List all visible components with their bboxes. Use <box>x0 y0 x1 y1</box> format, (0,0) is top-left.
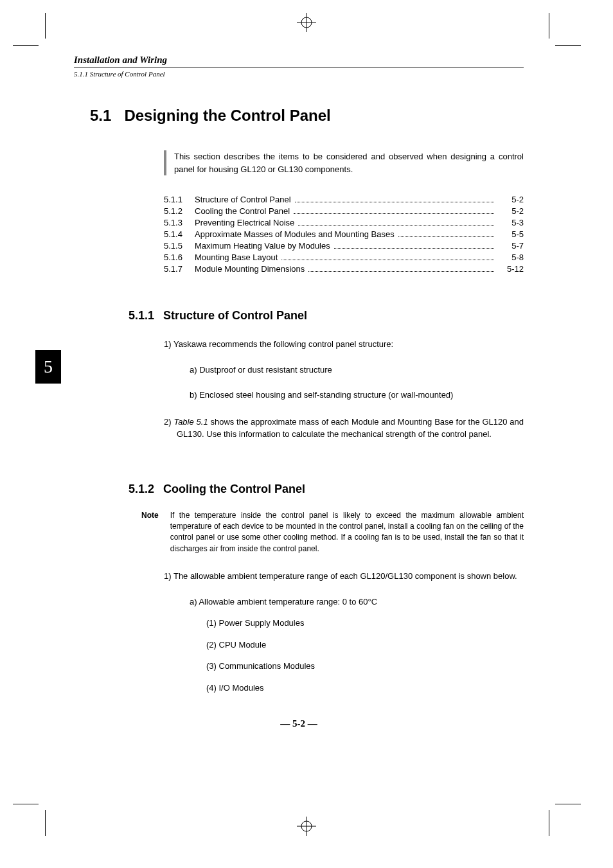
subsection-title: Structure of Control Panel <box>163 309 307 323</box>
list-item: 2) Table 5.1 shows the approximate mass … <box>164 416 524 441</box>
toc-row: 5.1.3 Preventing Electrical Noise 5-3 <box>164 218 524 227</box>
toc-num: 5.1.2 <box>164 206 195 216</box>
toc-page: 5-2 <box>498 195 524 204</box>
list-item: 1) Yaskawa recommends the following cont… <box>164 338 524 351</box>
toc-dots <box>398 236 494 237</box>
toc-title: Module Mounting Dimensions <box>195 264 305 274</box>
subsection-heading: 5.1.1 Structure of Control Panel <box>129 309 524 323</box>
toc-row: 5.1.5 Maximum Heating Value by Modules 5… <box>164 241 524 251</box>
toc-num: 5.1.6 <box>164 252 195 262</box>
registration-mark <box>297 817 316 836</box>
note-label: Note <box>141 510 159 555</box>
list-item: (4) I/O Modules <box>206 682 524 695</box>
toc-num: 5.1.5 <box>164 241 195 251</box>
toc-dots <box>281 260 494 260</box>
text: C <box>371 597 377 607</box>
toc-dots <box>294 213 494 214</box>
toc-dots <box>298 225 494 226</box>
toc-num: 5.1.1 <box>164 195 195 204</box>
subsection-number: 5.1.2 <box>129 483 154 496</box>
toc-num: 5.1.3 <box>164 218 195 227</box>
crop-mark <box>19 19 45 45</box>
crop-mark <box>549 19 574 45</box>
text: shows the approximate mass of each Modul… <box>177 417 524 439</box>
toc-row: 5.1.4 Approximate Masses of Modules and … <box>164 229 524 239</box>
toc-page: 5-7 <box>498 241 524 251</box>
intro-bar <box>164 150 166 175</box>
body-text: 1) Yaskawa recommends the following cont… <box>164 338 524 441</box>
chapter-tab: 5 <box>35 350 61 384</box>
toc-title: Preventing Electrical Noise <box>195 218 294 227</box>
toc-dots <box>295 202 494 202</box>
toc-title: Cooling the Control Panel <box>195 206 290 216</box>
toc-page: 5-12 <box>498 264 524 274</box>
mini-toc: 5.1.1 Structure of Control Panel 5-2 5.1… <box>164 195 524 274</box>
toc-row: 5.1.2 Cooling the Control Panel 5-2 <box>164 206 524 216</box>
subsection-number: 5.1.1 <box>129 309 154 323</box>
crop-mark <box>19 804 45 829</box>
toc-num: 5.1.7 <box>164 264 195 274</box>
registration-mark <box>297 13 316 32</box>
toc-title: Structure of Control Panel <box>195 195 291 204</box>
toc-dots <box>334 248 494 249</box>
toc-title: Maximum Heating Value by Modules <box>195 241 330 251</box>
toc-page: 5-8 <box>498 252 524 262</box>
running-head: Installation and Wiring <box>74 55 524 67</box>
section-title: Designing the Control Panel <box>124 107 330 125</box>
toc-page: 5-2 <box>498 206 524 216</box>
toc-page: 5-5 <box>498 229 524 239</box>
toc-title: Mounting Base Layout <box>195 252 278 262</box>
crop-mark <box>549 804 574 829</box>
list-item: a) Dustproof or dust resistant structure <box>190 364 524 376</box>
toc-num: 5.1.4 <box>164 229 195 239</box>
list-item: a) Allowable ambient temperature range: … <box>190 596 524 608</box>
toc-page: 5-3 <box>498 218 524 227</box>
text: 2) <box>164 417 173 427</box>
toc-row: 5.1.7 Module Mounting Dimensions 5-12 <box>164 264 524 274</box>
intro-block: This section describes the items to be c… <box>164 150 524 175</box>
subsection-title: Cooling the Control Panel <box>163 483 305 496</box>
toc-title: Approximate Masses of Modules and Mounti… <box>195 229 395 239</box>
running-sub: 5.1.1 Structure of Control Panel <box>74 70 524 78</box>
toc-dots <box>308 271 494 272</box>
toc-row: 5.1.1 Structure of Control Panel 5-2 <box>164 195 524 204</box>
toc-row: 5.1.6 Mounting Base Layout 5-8 <box>164 252 524 262</box>
list-item: (2) CPU Module <box>206 639 524 651</box>
list-item: 1) The allowable ambient temperature ran… <box>164 570 524 583</box>
body-text: 1) The allowable ambient temperature ran… <box>164 570 524 694</box>
page-number: — 5-2 — <box>74 718 524 729</box>
note-block: Note If the temperature inside the contr… <box>141 510 524 555</box>
section-number: 5.1 <box>90 107 111 125</box>
list-item: b) Enclosed steel housing and self-stand… <box>190 389 524 402</box>
text: a) Allowable ambient temperature range: … <box>190 597 368 607</box>
intro-text: This section describes the items to be c… <box>174 150 524 175</box>
section-heading: 5.1 Designing the Control Panel <box>90 107 524 125</box>
list-item: (1) Power Supply Modules <box>206 617 524 630</box>
list-item: (3) Communications Modules <box>206 660 524 673</box>
table-reference: Table 5.1 <box>173 417 208 427</box>
subsection-heading: 5.1.2 Cooling the Control Panel <box>129 483 524 496</box>
note-text: If the temperature inside the control pa… <box>170 510 524 555</box>
